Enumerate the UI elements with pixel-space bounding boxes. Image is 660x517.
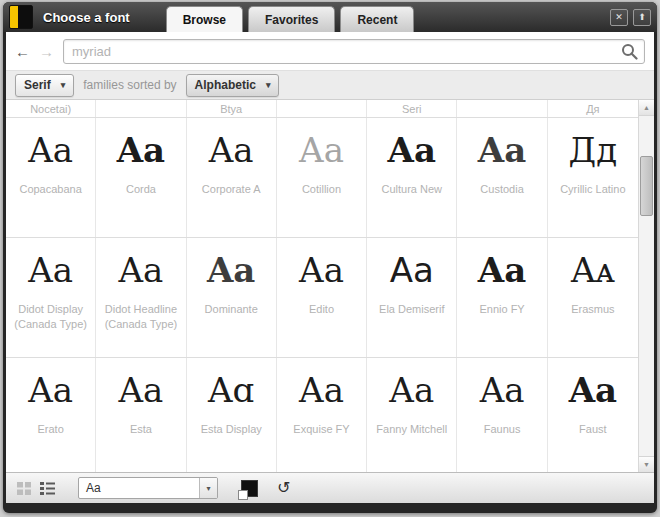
font-name: Cultura New xyxy=(378,182,447,197)
font-name: Cyrillic Latino xyxy=(556,182,629,197)
font-card[interactable]: AaEdito xyxy=(277,238,367,357)
font-card[interactable]: AɑEsta Display xyxy=(187,358,277,472)
font-card[interactable]: AaCustodia xyxy=(457,118,547,237)
category-value: Serif xyxy=(24,78,51,92)
sort-value: Alphabetic xyxy=(195,78,256,92)
font-name: Faunus xyxy=(480,422,525,437)
list-view-icon[interactable] xyxy=(37,479,57,497)
font-card[interactable]: AaEnnio FY xyxy=(457,238,547,357)
font-card-clipped[interactable]: Nocetai) xyxy=(6,100,96,117)
window-controls: ✕ ⬆ xyxy=(610,9,651,26)
font-name: Exquise FY xyxy=(289,422,353,437)
font-card[interactable]: AaEla Demiserif xyxy=(367,238,457,357)
font-name: Faust xyxy=(575,422,611,437)
sorted-by-label: families sorted by xyxy=(83,78,176,92)
grid-view-icon[interactable] xyxy=(14,479,34,497)
font-card[interactable]: AaDominante xyxy=(187,238,277,357)
font-card-clipped[interactable] xyxy=(96,100,186,117)
font-name: Esta Display xyxy=(197,422,266,437)
font-name: Copacabana xyxy=(15,182,85,197)
font-card[interactable]: AaCultura New xyxy=(367,118,457,237)
app-logo-icon xyxy=(9,5,33,29)
font-card[interactable]: AaFaust xyxy=(548,358,638,472)
font-card[interactable]: ДдCyrillic Latino xyxy=(548,118,638,237)
font-preview: Aa xyxy=(569,371,617,410)
font-preview: Aa xyxy=(299,251,344,290)
font-preview: Aa xyxy=(209,131,254,170)
scrollbar[interactable]: ▲ ▼ xyxy=(638,100,654,472)
font-preview: Aᴀ xyxy=(571,251,615,290)
font-preview: Aa xyxy=(478,131,526,170)
font-preview: Aa xyxy=(119,371,164,410)
font-preview: Дд xyxy=(569,131,618,170)
font-name: Esta xyxy=(126,422,156,437)
font-card[interactable]: AaFanny Mitchell xyxy=(367,358,457,472)
font-chooser-window: Choose a font Browse Favorites Recent ✕ … xyxy=(3,2,657,513)
popout-icon[interactable]: ⬆ xyxy=(633,9,651,26)
font-preview: Aa xyxy=(480,371,525,410)
font-card-clipped[interactable]: Дя xyxy=(548,100,638,117)
search-input[interactable] xyxy=(63,39,645,64)
bottom-toolbar: Aa ▾ ↻ xyxy=(6,472,654,503)
font-name: Edito xyxy=(305,302,338,317)
font-grid: Nocetai)BtyaSeriДяAaCopacabanaAaCordaAaC… xyxy=(6,100,638,472)
font-card[interactable]: AaErato xyxy=(6,358,96,472)
font-preview: Aa xyxy=(388,131,436,170)
font-card-clipped[interactable] xyxy=(457,100,547,117)
font-card[interactable]: AaDidot Display (Canada Type) xyxy=(6,238,96,357)
font-card[interactable]: AaExquise FY xyxy=(277,358,367,472)
preview-text-value: Aa xyxy=(79,481,199,495)
font-card-clipped[interactable]: Seri xyxy=(367,100,457,117)
tab-browse[interactable]: Browse xyxy=(166,6,243,32)
font-name: Erato xyxy=(33,422,67,437)
close-icon[interactable]: ✕ xyxy=(610,9,628,26)
font-name: Ennio FY xyxy=(475,302,528,317)
font-name: Dominante xyxy=(201,302,262,317)
scrollbar-track[interactable] xyxy=(639,116,654,456)
preview-text-select[interactable]: Aa ▾ xyxy=(78,477,218,499)
font-card[interactable]: AaCopacabana xyxy=(6,118,96,237)
font-name: Btya xyxy=(220,104,242,115)
font-row: AaDidot Display (Canada Type)AaDidot Hea… xyxy=(6,238,638,358)
tab-favorites[interactable]: Favorites xyxy=(248,6,335,32)
font-preview: Aa xyxy=(478,251,526,290)
font-card[interactable]: AaFaunus xyxy=(457,358,547,472)
back-arrow-icon[interactable]: ← xyxy=(15,44,30,59)
font-row-clipped: Nocetai)BtyaSeriДя xyxy=(6,100,638,118)
scroll-down-icon[interactable]: ▼ xyxy=(639,456,654,472)
tab-recent[interactable]: Recent xyxy=(340,6,414,32)
font-card-clipped[interactable]: Btya xyxy=(187,100,277,117)
chevron-down-icon: ▾ xyxy=(61,80,66,90)
filter-bar: Serif ▾ families sorted by Alphabetic ▾ xyxy=(6,70,654,100)
font-preview: Aa xyxy=(28,131,73,170)
chevron-down-icon: ▾ xyxy=(266,80,271,90)
font-card[interactable]: AaDidot Headline (Canada Type) xyxy=(96,238,186,357)
font-preview: Aa xyxy=(119,251,164,290)
font-card[interactable]: AaEsta xyxy=(96,358,186,472)
font-card[interactable]: AaCorporate A xyxy=(187,118,277,237)
reset-colors-icon[interactable]: ↻ xyxy=(277,480,290,496)
forward-arrow-icon[interactable]: → xyxy=(39,44,54,59)
font-name: Custodia xyxy=(476,182,527,197)
sort-dropdown[interactable]: Alphabetic ▾ xyxy=(186,74,280,97)
color-swatch[interactable] xyxy=(241,480,258,497)
search-bar: ← → xyxy=(6,32,654,70)
font-card[interactable]: AaCotillion xyxy=(277,118,367,237)
font-name: Ela Demiserif xyxy=(375,302,448,317)
dialog-content: ← → Serif ▾ families sorted by Alphabeti… xyxy=(6,32,654,503)
font-name: Corda xyxy=(122,182,160,197)
view-toggle xyxy=(14,479,57,497)
font-card[interactable]: AaCorda xyxy=(96,118,186,237)
window-header: Choose a font Browse Favorites Recent ✕ … xyxy=(3,2,657,32)
search-icon[interactable] xyxy=(621,43,638,60)
font-card[interactable]: AᴀErasmus xyxy=(548,238,638,357)
font-name: Fanny Mitchell xyxy=(372,422,451,437)
window-title: Choose a font xyxy=(43,10,130,25)
font-name: Cotillion xyxy=(298,182,345,197)
font-preview: Aa xyxy=(389,371,434,410)
font-card-clipped[interactable] xyxy=(277,100,367,117)
scroll-up-icon[interactable]: ▲ xyxy=(639,100,654,116)
category-dropdown[interactable]: Serif ▾ xyxy=(15,74,74,97)
scrollbar-thumb[interactable] xyxy=(640,156,653,216)
font-name: Дя xyxy=(586,104,599,115)
